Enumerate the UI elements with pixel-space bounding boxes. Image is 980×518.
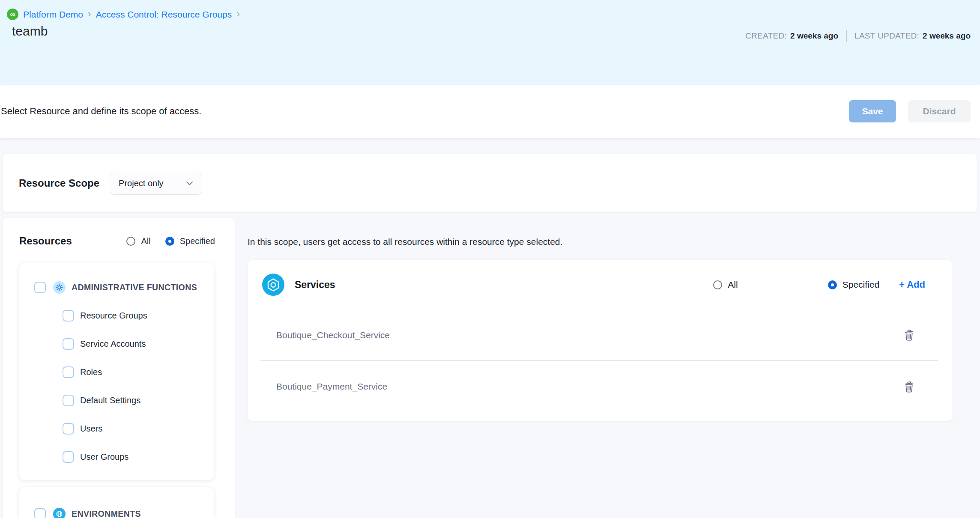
services-card: Services All Specified + Add Boutique_Ch… [248, 260, 953, 421]
resources-title: Resources [19, 235, 72, 247]
radio-unselected-icon[interactable] [713, 280, 722, 289]
roles-checkbox[interactable] [63, 366, 74, 378]
resources-radio-specified[interactable]: Specified [165, 236, 215, 246]
list-item-default-settings: Default Settings [19, 386, 214, 414]
breadcrumb: ∞ Platform Demo › Access Control: Resour… [7, 9, 240, 20]
resource-scope-dropdown[interactable]: Project only [110, 172, 202, 195]
resource-group-label: ADMINISTRATIVE FUNCTIONS [72, 283, 197, 292]
services-radio-specified[interactable]: Specified [828, 280, 879, 290]
resources-panel: Resources All Specified [3, 218, 235, 518]
radio-specified-label: Specified [180, 236, 215, 246]
created-value: 2 weeks ago [790, 31, 838, 41]
resource-group-items: Resource Groups Service Accounts Roles D… [19, 301, 214, 471]
delete-service-button[interactable] [900, 378, 917, 395]
page-header: ∞ Platform Demo › Access Control: Resour… [0, 0, 980, 85]
resource-group-card-administrative: ADMINISTRATIVE FUNCTIONS Resource Groups… [19, 263, 214, 480]
chevron-down-icon [186, 181, 193, 186]
record-meta: CREATED: 2 weeks ago LAST UPDATED: 2 wee… [745, 30, 971, 42]
resources-radio-all[interactable]: All [126, 236, 150, 246]
infinity-icon: ∞ [7, 9, 18, 20]
list-item-service-accounts: Service Accounts [19, 330, 214, 358]
environments-icon [53, 508, 66, 518]
list-item-user-groups: User Groups [19, 443, 214, 471]
resource-scope-label: Resource Scope [19, 177, 99, 189]
service-name: Boutique_Payment_Service [276, 381, 387, 392]
last-updated-value: 2 weeks ago [923, 31, 971, 41]
list-item-label: Service Accounts [80, 339, 146, 349]
radio-selected-icon[interactable] [165, 237, 174, 246]
list-item-label: User Groups [80, 452, 128, 462]
list-item-label: Roles [80, 367, 102, 377]
services-title: Services [295, 279, 335, 291]
list-item-label: Resource Groups [80, 311, 147, 321]
action-bar-description: Select Resource and define its scope of … [1, 106, 201, 117]
discard-button[interactable]: Discard [908, 100, 971, 122]
scope-description: In this scope, users get access to all r… [248, 237, 562, 247]
radio-unselected-icon[interactable] [126, 237, 135, 246]
service-name: Boutique_Checkout_Service [276, 330, 390, 340]
chevron-right-icon: › [236, 9, 240, 20]
environments-checkbox[interactable] [34, 508, 46, 518]
page-title: teamb [12, 24, 48, 39]
services-controls: All Specified + Add [713, 279, 925, 290]
radio-selected-icon[interactable] [828, 280, 837, 289]
trash-icon [904, 381, 914, 393]
last-updated-label: LAST UPDATED: [855, 31, 919, 41]
resource-scope-selected-value: Project only [119, 179, 164, 188]
meta-divider [846, 30, 847, 42]
services-list: Boutique_Checkout_Service [260, 310, 938, 412]
users-checkbox[interactable] [63, 423, 74, 435]
breadcrumb-link-platform-demo[interactable]: Platform Demo [23, 9, 83, 20]
resource-group-header: ENVIRONMENTS [19, 503, 214, 518]
action-buttons: Save Discard [849, 100, 971, 122]
service-row-payment: Boutique_Payment_Service [260, 361, 938, 412]
resource-group-card-environments: ENVIRONMENTS [19, 487, 214, 518]
list-item-label: Users [80, 424, 102, 434]
resource-scope-card: Resource Scope Project only [3, 154, 977, 212]
radio-specified-label: Specified [843, 280, 879, 290]
action-bar: Select Resource and define its scope of … [0, 85, 980, 138]
resources-header: Resources All Specified [3, 218, 235, 247]
resource-group-label: ENVIRONMENTS [72, 509, 141, 518]
service-accounts-checkbox[interactable] [63, 338, 74, 350]
radio-all-label: All [728, 280, 738, 290]
delete-service-button[interactable] [900, 327, 917, 344]
breadcrumb-link-resource-groups[interactable]: Access Control: Resource Groups [96, 9, 232, 20]
save-button[interactable]: Save [849, 100, 896, 122]
user-groups-checkbox[interactable] [63, 451, 74, 463]
list-item-users: Users [19, 414, 214, 443]
list-item-label: Default Settings [80, 396, 140, 405]
radio-all-label: All [141, 236, 150, 246]
list-item-roles: Roles [19, 358, 214, 386]
admin-functions-icon [53, 281, 66, 294]
resource-groups-checkbox[interactable] [63, 310, 74, 322]
services-radio-all[interactable]: All [713, 280, 738, 290]
service-row-checkout: Boutique_Checkout_Service [260, 310, 938, 361]
list-item-resource-groups: Resource Groups [19, 301, 214, 330]
admin-functions-checkbox[interactable] [34, 282, 46, 293]
services-icon [262, 274, 284, 296]
add-service-button[interactable]: + Add [899, 279, 925, 290]
default-settings-checkbox[interactable] [63, 395, 74, 406]
created-label: CREATED: [745, 31, 787, 41]
content-area: Resource Scope Project only Resources Al… [0, 138, 980, 518]
services-header: Services All Specified + Add [248, 260, 953, 310]
chevron-right-icon: › [88, 9, 91, 20]
trash-icon [904, 329, 914, 341]
resource-group-header: ADMINISTRATIVE FUNCTIONS [19, 276, 214, 298]
